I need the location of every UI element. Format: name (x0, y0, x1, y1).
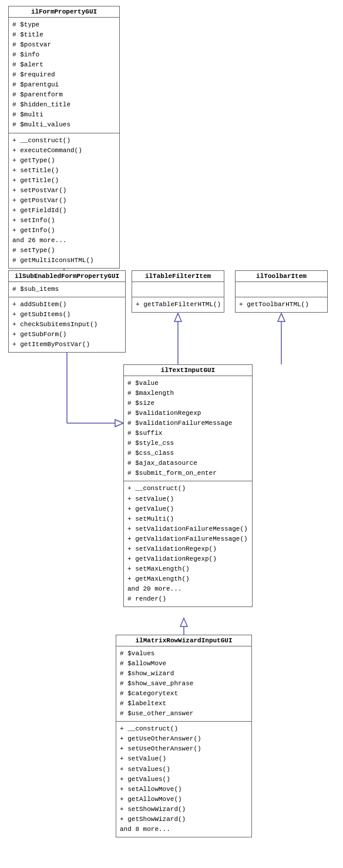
ilTableFilterItem-title: ilTableFilterItem (132, 271, 224, 282)
ilToolbarItem-methods: + getToolbarHTML() (236, 297, 327, 312)
ilSubEnabledFormPropertyGUI-fields: # $sub_items (9, 282, 125, 297)
ilToolbarItem-fields (236, 282, 327, 297)
ilMatrixRowWizardInputGUI-box: ilMatrixRowWizardInputGUI # $values # $a… (116, 635, 252, 837)
ilTextInputGUI-box: ilTextInputGUI # $value # $maxlength # $… (123, 364, 253, 607)
ilTableFilterItem-methods: + getTableFilterHTML() (132, 297, 224, 312)
ilTableFilterItem-box: ilTableFilterItem + getTableFilterHTML() (132, 270, 224, 313)
ilFormPropertyGUI-title: ilFormPropertyGUI (9, 6, 119, 18)
ilFormPropertyGUI-fields: # $type # $title # $postvar # $info # $a… (9, 18, 119, 133)
ilFormPropertyGUI-methods: + __construct() + executeCommand() + get… (9, 133, 119, 269)
ilSubEnabledFormPropertyGUI-title: ilSubEnabledFormPropertyGUI (9, 271, 125, 282)
ilTextInputGUI-fields: # $value # $maxlength # $size # $validat… (124, 376, 252, 481)
svg-marker-6 (278, 313, 285, 321)
ilSubEnabledFormPropertyGUI-methods: + addSubItem() + getSubItems() + checkSu… (9, 297, 125, 352)
ilMatrixRowWizardInputGUI-methods: + __construct() + getUseOtherAnswer() + … (116, 722, 251, 837)
ilMatrixRowWizardInputGUI-fields: # $values # $allowMove # $show_wizard # … (116, 646, 251, 722)
svg-marker-11 (180, 618, 187, 626)
ilTextInputGUI-methods: + __construct() + setValue() + getValue(… (124, 481, 252, 606)
ilFormPropertyGUI-box: ilFormPropertyGUI # $type # $title # $po… (8, 6, 120, 269)
ilToolbarItem-box: ilToolbarItem + getToolbarHTML() (235, 270, 328, 313)
ilSubEnabledFormPropertyGUI-box: ilSubEnabledFormPropertyGUI # $sub_items… (8, 270, 126, 353)
diagram-container: ilFormPropertyGUI # $type # $title # $po… (0, 0, 343, 868)
ilMatrixRowWizardInputGUI-title: ilMatrixRowWizardInputGUI (116, 635, 251, 646)
svg-marker-4 (174, 313, 181, 321)
ilTextInputGUI-title: ilTextInputGUI (124, 365, 252, 376)
svg-marker-9 (115, 420, 123, 427)
ilTableFilterItem-fields (132, 282, 224, 297)
ilToolbarItem-title: ilToolbarItem (236, 271, 327, 282)
